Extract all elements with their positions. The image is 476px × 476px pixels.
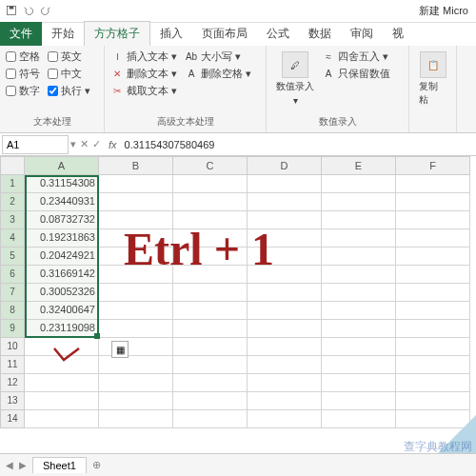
chk-space[interactable]: 空格 xyxy=(6,50,40,64)
cell[interactable] xyxy=(248,175,322,193)
cell[interactable]: 0.20424921 xyxy=(25,248,99,266)
tab-formula[interactable]: 公式 xyxy=(257,22,299,46)
cell[interactable]: 0.30052326 xyxy=(25,284,99,302)
cell[interactable]: 0.31154308 xyxy=(25,175,99,193)
tab-review[interactable]: 审阅 xyxy=(341,22,383,46)
cell[interactable] xyxy=(99,338,173,356)
chk-english[interactable]: 英文 xyxy=(48,50,82,64)
cell[interactable]: 0.19231863 xyxy=(25,229,99,248)
cell[interactable] xyxy=(396,175,470,193)
cell[interactable] xyxy=(248,229,322,248)
cell[interactable] xyxy=(396,392,470,410)
add-sheet-icon[interactable]: ⊕ xyxy=(92,459,101,471)
btn-value-entry[interactable]: 🖊 数值录入▾ xyxy=(272,50,318,108)
tab-fanggezi[interactable]: 方方格子 xyxy=(84,21,150,46)
cell[interactable] xyxy=(322,266,396,284)
cell[interactable] xyxy=(248,248,322,266)
cell[interactable] xyxy=(248,338,322,356)
cell[interactable] xyxy=(99,302,173,320)
cell[interactable] xyxy=(396,320,470,338)
cell[interactable] xyxy=(322,374,396,392)
cell[interactable] xyxy=(322,320,396,338)
cell[interactable] xyxy=(396,193,470,211)
cell[interactable]: 0.32400647 xyxy=(25,302,99,320)
cell[interactable] xyxy=(396,211,470,229)
cell[interactable] xyxy=(248,410,322,428)
save-icon[interactable] xyxy=(6,5,17,18)
cell[interactable] xyxy=(248,374,322,392)
cell[interactable] xyxy=(173,392,248,410)
cell[interactable] xyxy=(173,193,248,211)
cell[interactable] xyxy=(25,356,99,374)
cell[interactable] xyxy=(322,410,396,428)
cell[interactable] xyxy=(248,392,322,410)
row-header[interactable]: 3 xyxy=(0,211,25,229)
chk-number[interactable]: 数字 xyxy=(6,84,40,98)
cell[interactable] xyxy=(173,266,248,284)
cell[interactable] xyxy=(248,320,322,338)
cell[interactable]: 0.31669142 xyxy=(25,266,99,284)
chk-exec[interactable]: 执行▾ xyxy=(48,84,90,98)
cell[interactable] xyxy=(99,248,173,266)
tab-insert[interactable]: 插入 xyxy=(150,22,192,46)
col-header[interactable]: D xyxy=(248,156,322,175)
btn-insert-text[interactable]: Ⅰ插入文本▾ xyxy=(110,50,177,64)
tab-file[interactable]: 文件 xyxy=(0,22,42,46)
cell[interactable]: 0.23119098 xyxy=(25,320,99,338)
cell[interactable] xyxy=(25,338,99,356)
col-header[interactable]: C xyxy=(173,156,248,175)
chk-chinese[interactable]: 中文 xyxy=(48,67,82,81)
row-header[interactable]: 13 xyxy=(0,392,25,410)
cell[interactable] xyxy=(99,320,173,338)
cell[interactable] xyxy=(173,211,248,229)
cell[interactable] xyxy=(396,374,470,392)
fx-icon[interactable]: fx xyxy=(105,139,121,150)
sheet-tab[interactable]: Sheet1 xyxy=(32,457,87,473)
cell[interactable] xyxy=(99,374,173,392)
cell[interactable] xyxy=(99,211,173,229)
cell[interactable] xyxy=(248,193,322,211)
col-header[interactable]: B xyxy=(99,156,173,175)
cell[interactable] xyxy=(322,211,396,229)
cell[interactable] xyxy=(25,392,99,410)
cell[interactable] xyxy=(173,356,248,374)
cell[interactable] xyxy=(99,392,173,410)
cell[interactable] xyxy=(173,410,248,428)
cell[interactable] xyxy=(248,356,322,374)
btn-keep-value[interactable]: A只保留数值 xyxy=(322,67,390,81)
cell[interactable] xyxy=(322,302,396,320)
cell[interactable] xyxy=(173,229,248,248)
cell[interactable] xyxy=(322,193,396,211)
row-header[interactable]: 1 xyxy=(0,175,25,193)
row-header[interactable]: 12 xyxy=(0,374,25,392)
cell[interactable] xyxy=(396,284,470,302)
cell[interactable] xyxy=(173,338,248,356)
cell[interactable] xyxy=(99,193,173,211)
cell[interactable] xyxy=(173,302,248,320)
row-header[interactable]: 9 xyxy=(0,320,25,338)
confirm-icon[interactable]: ✓ xyxy=(92,138,101,150)
cell[interactable] xyxy=(322,229,396,248)
cell[interactable]: 0.08732732 xyxy=(25,211,99,229)
cell[interactable] xyxy=(173,284,248,302)
chk-symbol[interactable]: 符号 xyxy=(6,67,40,81)
name-box[interactable]: A1 xyxy=(2,135,69,154)
cell[interactable] xyxy=(396,302,470,320)
cell[interactable] xyxy=(322,338,396,356)
row-header[interactable]: 7 xyxy=(0,284,25,302)
cell[interactable] xyxy=(99,356,173,374)
cell[interactable] xyxy=(99,266,173,284)
row-header[interactable]: 8 xyxy=(0,302,25,320)
col-header[interactable]: A xyxy=(25,156,99,175)
row-header[interactable]: 10 xyxy=(0,338,25,356)
cell[interactable] xyxy=(173,374,248,392)
cell[interactable] xyxy=(25,374,99,392)
cell[interactable] xyxy=(248,211,322,229)
cell[interactable] xyxy=(248,302,322,320)
cell[interactable] xyxy=(322,392,396,410)
cell[interactable] xyxy=(99,175,173,193)
row-header[interactable]: 5 xyxy=(0,248,25,266)
cell[interactable] xyxy=(173,175,248,193)
cell[interactable] xyxy=(396,248,470,266)
sheet-nav-prev[interactable]: ◀ xyxy=(6,460,13,470)
